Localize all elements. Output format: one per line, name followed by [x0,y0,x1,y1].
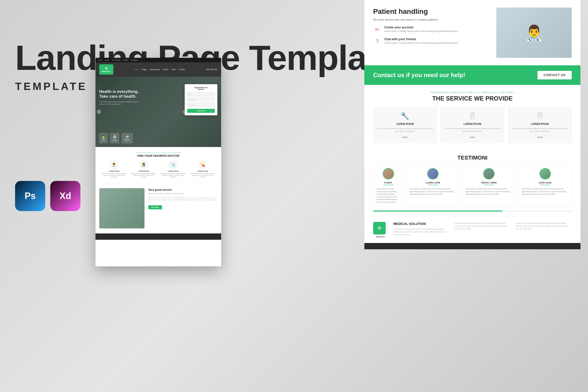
doctors-section: INTEGRATED SERVICES FOR ALL SPECIALIST D… [95,147,221,183]
hero-icons: 👨‍⚕️ HalloDoctor 🏥 HalloHospital 🚑 Ambul… [99,133,132,143]
doctor-icon: 👨‍⚕️ [102,135,105,138]
nav-home[interactable]: Home [134,69,139,70]
doctors-heading: FIND YOUR FAVORITE DOCTOR [99,154,217,157]
nav-pages[interactable]: Pages [142,69,147,70]
avatar-img-2 [484,169,494,179]
service-more-1[interactable]: MORE [376,135,433,138]
nav-hospital[interactable]: Our Hospital [112,59,120,61]
nav-dentist[interactable]: Dentist [163,69,168,70]
service-more-3[interactable]: MORE [511,135,568,138]
nav-language[interactable]: Language [131,59,137,61]
doctors-sub-label: INTEGRATED SERVICES FOR ALL SPECIALIST D… [99,152,217,154]
testimoni-panel: TESTIMONI R DIVA Lorem Ipsum Lorem ipsum… [364,149,580,217]
testi-role-3: lorem ipsum [522,184,568,186]
hospital-icon: 🏥 [112,135,117,138]
carousel-prev[interactable]: ‹ [97,110,101,114]
service-card-icon-1: 🔧 [376,112,433,120]
nav-departments[interactable]: Departments [150,69,160,70]
testi-name-2: ROCKY JOHN [466,181,512,184]
nav-career[interactable]: Career [105,59,109,61]
email-field[interactable]: Email [187,92,215,96]
nav-press[interactable]: Press [99,59,102,61]
solution-desc-2: Lorem ipsum is simply dummy text of the … [516,222,572,230]
testi-card-3: JACK ALEX lorem ipsum Lorem ipsum is sim… [519,165,572,207]
hero-sub: Lorem ipsum dolor sit amet, consectetur … [99,101,139,105]
nav-support[interactable]: Support [123,59,128,61]
solution-col-heading: MEDICAL SOLUTION Lorem ipsum is simply d… [393,222,449,238]
testi-name-0: R DIVA [376,181,400,184]
read-more-button[interactable]: READ MORE [148,205,162,209]
tool-icons-area: Ps Xd [15,181,80,211]
contact-banner-text: Contact us if you need our help! [373,72,465,79]
avatar-img-0 [383,169,394,179]
doctor-label: HalloDoctor [102,138,105,141]
avatar-img-3 [540,169,550,179]
carousel-next[interactable]: › [183,110,187,114]
account-desc: Lorem ipsum is simply dummy text of the … [384,30,458,33]
solution-heading: MEDICAL SOLUTION [393,222,449,226]
testi-role-2: lorem ipsum [466,184,512,186]
service-card-desc-1: Fusce fermentum placerat magna ac pharet… [376,127,433,133]
contact-us-button[interactable]: CONTACT US [537,71,572,79]
service-card-1: 🔧 LOREM IPSUM Fusce fermentum placerat m… [373,107,437,143]
doctor-item-1: 👨‍⚕️ LOREM IPSUM Fusce fermentum placera… [101,160,127,178]
chat-desc: Lorem ipsum is simply dummy text of the … [384,41,458,45]
avatar-0 [383,168,394,179]
account-content: Create your account Lorem ipsum is simpl… [384,26,458,33]
password-field[interactable]: Password [187,103,215,107]
doctor-title-4: LOREM IPSUM [190,170,216,172]
main-header: ✛ MEDICAL Home Pages Departments Dentist… [95,62,221,77]
register-button[interactable]: REGISTER [187,109,215,113]
logo-box: ✛ [373,222,386,234]
testi-desc-1: Lorem ipsum is simply dummy text of the … [410,188,456,196]
reg-title: Registration forService [187,87,215,90]
hero-icon-ambulance: 🚑 AmbulanceService [122,133,132,143]
hero-heading: Health is everything,Take care of health… [99,89,139,99]
service-image [99,188,144,228]
doctor-icon-2: 👩‍⚕️ [139,160,148,169]
testi-name-3: JACK ALEX [522,181,568,184]
nav-contact[interactable]: Contact [179,69,185,70]
testi-card-2: ROCKY JOHN lorem ipsum Lorem ipsum is si… [462,165,515,207]
service-card-2: 🦷 LOREM IPSUM Fusce fermentum placerat m… [440,107,504,143]
account-icon: ✂ [373,26,381,34]
service-card-desc-3: Fusce fermentum placerat magna ac pharet… [511,127,568,133]
service-card-icon-2: 🦷 [444,112,501,120]
medical-logo: ✛ MEDICAL [99,64,113,75]
avatar-3 [540,168,551,179]
services-panel: INTEGRATED SERVICES FOR ALL SPECIALIST D… [364,85,580,149]
logo-txt: MEDICAL [373,236,388,238]
service-more-2[interactable]: MORE [444,135,501,138]
nav-news[interactable]: News [171,69,176,70]
main-nav: Home Pages Departments Dentist News Cont… [134,69,185,70]
right-panels: Patient handling We have doctors who are… [364,0,580,249]
testi-desc-2: Lorem ipsum is simply dummy text of the … [466,188,512,196]
service-card-title-2: LOREM IPSUM [444,123,501,125]
service-card-desc-2: Fusce fermentum placerat magna ac pharet… [444,127,501,133]
services-grid: 🔧 LOREM IPSUM Fusce fermentum placerat m… [373,107,572,143]
doctor-icon-4: 💊 [198,160,207,169]
chat-content: Chat with your friends Lorem ipsum is si… [384,37,458,45]
patient-heading: Patient handling [373,8,489,16]
doctor-icon-1: 👨‍⚕️ [110,160,118,169]
hospital-label: HalloHospital [112,138,117,141]
account-title: Create your account [384,26,458,29]
service-card-icon-3: 🦷 [511,112,568,120]
doctor-desc-2: Fusce fermentum placerat magna ac pharet… [131,173,157,178]
medical-logo-big: ✛ MEDICAL [373,222,388,238]
xd-icon: Xd [50,181,80,211]
phone-field[interactable]: Phone Number [187,97,215,102]
avatar-2 [483,168,495,179]
patient-sub: We have doctors who are experts in treat… [373,18,489,22]
services-sub-label: INTEGRATED SERVICES FOR ALL SPECIALIST D… [373,91,572,94]
avatar-img-1 [428,169,438,179]
phone-number: +826 1829 920 [206,69,217,70]
logo-text: MEDICAL [102,70,111,73]
service-card-title-1: LOREM IPSUM [376,123,433,125]
testi-card-0: R DIVA Lorem Ipsum Lorem ipsum is simply… [373,165,403,207]
doctor-title-1: LOREM IPSUM [101,170,127,172]
logo-cross: ✛ [102,66,111,70]
hero-icon-doctor: 👨‍⚕️ HalloDoctor [99,133,108,143]
doctor-desc-4: Fusce fermentum placerat magna ac pharet… [190,173,216,178]
ambulance-icon: 🚑 [124,135,130,138]
